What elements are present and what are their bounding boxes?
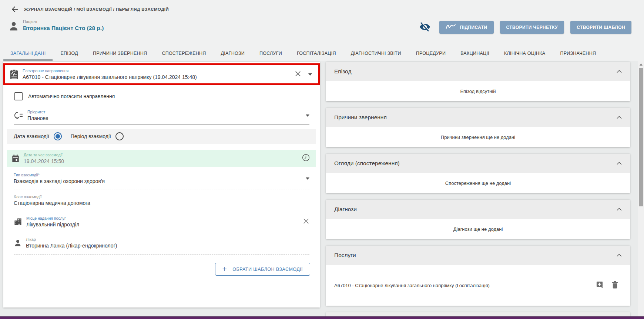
radio-option-period[interactable]: Період взаємодії (71, 132, 124, 140)
summary-column: Епізод Епізод відсутній Причини зверненн… (326, 62, 630, 319)
header-actions: ПІДПИСАТИ СТВОРИТИ ЧЕРНЕТКУ СТВОРИТИ ШАБ… (419, 21, 631, 34)
radio-date-selected[interactable] (54, 132, 62, 140)
hide-panel-button[interactable] (419, 21, 431, 34)
section-diagnoses-header[interactable]: Діагнози (326, 200, 630, 219)
service-item-text: А67010 - Стаціонарне лікування загальног… (334, 283, 490, 288)
interaction-type-field[interactable]: Тип взаємодії* Взаємодія в закладі охоро… (14, 173, 309, 189)
service-location-label: Місце надання послуг (26, 216, 303, 220)
section-reasons-body: Причини звернення ще не додані (326, 127, 630, 147)
auto-repay-label: Автоматично погасити направлення (28, 93, 115, 99)
priority-label: Пріоритет (27, 110, 306, 114)
content-area: Електронне направлення А67010 - Стаціона… (0, 61, 644, 319)
chevron-up-icon[interactable] (617, 116, 622, 119)
scrollbar-up-arrow[interactable] (640, 63, 643, 66)
section-observations-header[interactable]: Огляди (спостереження) (326, 154, 630, 173)
back-button[interactable] (10, 5, 19, 14)
choose-template-label: ОБРАТИ ШАБЛОН ВЗАЄМОДІЇ (232, 267, 303, 272)
tab-pryznachennia[interactable]: ПРИЗНАЧЕННЯ (553, 46, 603, 61)
x-close-icon (295, 70, 301, 79)
tab-epizod[interactable]: ЕПІЗОД (53, 46, 85, 61)
create-draft-button[interactable]: СТВОРИТИ ЧЕРНЕТКУ (500, 21, 564, 34)
radio-period-unselected[interactable] (115, 132, 124, 140)
delete-service-button[interactable] (611, 281, 619, 290)
datetime-label: Дата та час взаємодії (24, 153, 302, 157)
tab-diahnozy[interactable]: ДІАГНОЗИ (214, 46, 252, 61)
doctor-value: Вторинна Ланка (Лікар-ендокринолог) (26, 243, 309, 249)
chevron-up-icon[interactable] (617, 162, 622, 165)
tab-prychyny-zvernennia[interactable]: ПРИЧИНИ ЗВЕРНЕННЯ (85, 46, 154, 61)
chevron-up-icon[interactable] (617, 254, 622, 257)
add-service-note-button[interactable] (596, 281, 604, 290)
tab-posluhy[interactable]: ПОСЛУГИ (252, 46, 289, 61)
ereferral-label: Електронне направлення (23, 69, 295, 73)
datetime-field[interactable]: Дата та час взаємодії 19.04.2024 15:50 (7, 150, 316, 167)
ereferral-field[interactable]: Електронне направлення А67010 - Стаціона… (3, 63, 320, 85)
section-observations-title: Огляди (спостереження) (334, 160, 400, 167)
patient-avatar-icon (8, 19, 19, 32)
radio-option-date[interactable]: Дата взаємодії (14, 132, 62, 140)
service-row-actions (596, 281, 619, 290)
arrow-left-icon (10, 5, 19, 14)
section-episode-body: Епізод відсутній (326, 81, 630, 101)
breadcrumb-row: ЖУРНАЛ ВЗАЄМОДІЙ / МОЇ ВЗАЄМОДІЇ / ПЕРЕГ… (0, 4, 644, 14)
app-root: ЖУРНАЛ ВЗАЄМОДІЙ / МОЇ ВЗАЄМОДІЇ / ПЕРЕГ… (0, 0, 644, 61)
clear-location-button[interactable] (303, 218, 309, 226)
signature-icon (446, 24, 456, 30)
plus-icon: + (222, 265, 227, 273)
reasons-empty-text: Причини звернення ще не додані (441, 134, 515, 140)
tab-sposterezhennia[interactable]: СПОСТЕРЕЖЕННЯ (154, 46, 213, 61)
create-template-button[interactable]: СТВОРИТИ ШАБЛОН (570, 21, 631, 34)
sign-button[interactable]: ПІДПИСАТИ (439, 21, 494, 34)
auto-repay-checkbox-row[interactable]: Автоматично погасити направлення (14, 92, 320, 100)
section-diagnoses-body: Діагнози ще не додані (326, 219, 630, 239)
interaction-class-value: Стаціонарна медична допомога (14, 200, 309, 206)
section-services-header[interactable]: Послуги (326, 246, 630, 265)
tab-protsedury[interactable]: ПРОЦЕДУРИ (409, 46, 453, 61)
breadcrumb[interactable]: ЖУРНАЛ ВЗАЄМОДІЙ / МОЇ ВЗАЄМОДІЇ / ПЕРЕГ… (24, 7, 169, 11)
auto-repay-checkbox[interactable] (14, 92, 23, 100)
priority-field[interactable]: Пріоритет Планове (14, 110, 309, 125)
section-reasons-header[interactable]: Причини звернення (326, 108, 630, 127)
episode-empty-text: Епізод відсутній (460, 89, 496, 94)
patient-label: Пацієнт (23, 19, 104, 24)
top-header: ЖУРНАЛ ВЗАЄМОДІЙ / МОЇ ВЗАЄМОДІЇ / ПЕРЕГ… (0, 0, 644, 46)
tab-klinichna-otsinka[interactable]: КЛІНІЧНА ОЦІНКА (497, 46, 553, 61)
tab-diahnostychni-zvity[interactable]: ДІАГНОСТИЧНІ ЗВІТИ (343, 46, 409, 61)
chevron-up-icon[interactable] (617, 208, 622, 211)
priority-caret-down-icon[interactable] (306, 114, 309, 117)
time-picker-button[interactable] (302, 153, 310, 163)
observations-empty-text: Спостереження ще не додані (445, 180, 511, 186)
ereferral-value: А67010 - Стаціонарне лікування загальног… (23, 74, 295, 80)
section-diagnoses: Діагнози Діагнози ще не додані (326, 200, 630, 239)
tab-zahalni-dani[interactable]: ЗАГАЛЬНІ ДАНІ (3, 46, 53, 61)
section-reasons: Причини звернення Причини звернення ще н… (326, 108, 630, 147)
datetime-text: Дата та час взаємодії 19.04.2024 15:50 (24, 153, 302, 164)
section-episode: Епізод Епізод відсутній (326, 62, 630, 101)
clear-referral-button[interactable] (295, 70, 301, 79)
patient-info[interactable]: Пацієнт Вторинка Пацієнт Сто (28 р.) (23, 19, 104, 35)
patient-row: Пацієнт Вторинка Пацієнт Сто (28 р.) (0, 19, 644, 35)
vertical-scrollbar[interactable] (638, 61, 644, 319)
patient-name: Вторинка Пацієнт Сто (28 р.) (23, 25, 104, 31)
calendar-icon (11, 154, 20, 163)
section-episode-header[interactable]: Епізод (326, 62, 630, 81)
tab-hospitalizatsiia[interactable]: ГОСПІТАЛІЗАЦІЯ (289, 46, 343, 61)
doctor-person-icon (14, 239, 22, 247)
scrollbar-thumb[interactable] (639, 68, 643, 206)
service-location-value: Лікувальний підрозділ (26, 222, 303, 227)
service-location-field[interactable]: Місце надання послуг Лікувальний підрозд… (14, 216, 309, 231)
doctor-field[interactable]: Лікар Вторинна Ланка (Лікар-ендокринолог… (14, 237, 309, 255)
choose-template-button[interactable]: + ОБРАТИ ШАБЛОН ВЗАЄМОДІЇ (215, 263, 310, 276)
trash-icon (611, 281, 619, 290)
clock-icon (302, 153, 310, 163)
priority-value: Планове (27, 115, 306, 121)
chevron-up-icon[interactable] (617, 70, 622, 73)
section-diagnoses-title: Діагнози (334, 206, 357, 213)
clipboard-pulse-icon (10, 69, 19, 80)
tab-vaktsynatsii[interactable]: ВАКЦИНАЦІЇ (453, 46, 497, 61)
referral-caret-down-icon[interactable] (308, 73, 312, 76)
type-caret-down-icon[interactable] (306, 177, 309, 180)
tab-bar: ЗАГАЛЬНІ ДАНІ ЕПІЗОД ПРИЧИНИ ЗВЕРНЕННЯ С… (0, 46, 644, 61)
service-location-text: Місце надання послуг Лікувальний підрозд… (26, 216, 303, 227)
date-mode-strip: Дата взаємодії Період взаємодії (7, 129, 316, 144)
